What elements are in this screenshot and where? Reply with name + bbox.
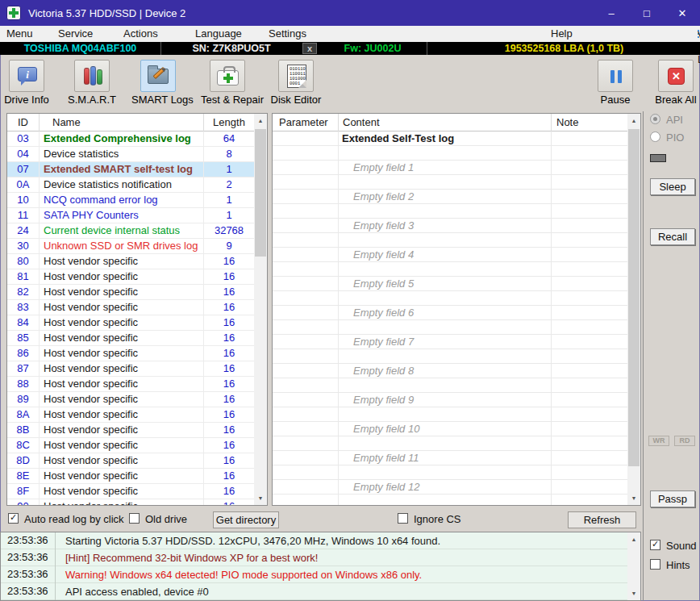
scroll-down-icon[interactable]: ▼ [627, 586, 640, 600]
break-all-button[interactable]: ✕ Break All [649, 58, 700, 108]
content-table-row: Empty field 6 [273, 306, 627, 320]
scroll-down-icon[interactable]: ▼ [254, 491, 267, 505]
drive-info-button[interactable]: i Drive Info [0, 58, 53, 108]
activity-led [650, 154, 666, 162]
log-table-row[interactable]: 89Host vendor specific16 [7, 392, 254, 407]
header-id[interactable]: ID [7, 114, 40, 131]
log-id: 85 [7, 331, 40, 346]
rd-button[interactable]: RD [674, 436, 695, 446]
passp-button[interactable]: Passp [650, 490, 695, 507]
header-length[interactable]: Length [204, 114, 254, 131]
menu-item-settings[interactable]: Settings [269, 27, 306, 40]
log-name: Host vendor specific [40, 438, 204, 453]
log-table-row[interactable]: 8EHost vendor specific16 [7, 469, 254, 484]
smart-button[interactable]: S.M.A.R.T [65, 58, 119, 108]
sound-label: Sound [666, 540, 697, 552]
log-table-row[interactable]: 87Host vendor specific16 [7, 361, 254, 377]
device-info-bar: TOSHIBA MQ04ABF100 SN: Z7K8PUO5T x Fw: J… [0, 42, 700, 55]
log-table-row[interactable]: 86Host vendor specific16 [7, 346, 254, 361]
test-tubes-icon [74, 60, 110, 92]
log-table-row[interactable]: 85Host vendor specific16 [7, 331, 254, 346]
scroll-thumb[interactable] [628, 129, 640, 466]
get-directory-button[interactable]: Get directory [213, 511, 279, 528]
log-table-row[interactable]: 90Host vendor specific16 [7, 499, 254, 505]
log-table-row[interactable]: 8FHost vendor specific16 [7, 484, 254, 499]
scroll-up-icon[interactable]: ▲ [627, 114, 640, 127]
close-button[interactable]: ✕ [665, 0, 700, 26]
content-table-row [273, 407, 627, 422]
serial-hide-badge[interactable]: x [302, 43, 317, 54]
menu-item-menu[interactable]: Menu [6, 27, 33, 40]
log-table-row[interactable]: 03Extended Comprehensive log64 [7, 131, 254, 147]
test-repair-button[interactable]: Test & Repair [201, 58, 254, 108]
api-radio[interactable] [650, 114, 660, 124]
pio-radio[interactable] [650, 131, 660, 142]
log-table-row[interactable]: 11SATA PHY Counters1 [7, 208, 254, 223]
content-table-row: Empty field 11 [273, 451, 627, 465]
scroll-up-icon[interactable]: ▲ [254, 114, 267, 127]
ignore-cs-checkbox[interactable] [398, 513, 408, 524]
hints-checkbox[interactable] [650, 559, 660, 570]
wr-button[interactable]: WR [648, 436, 669, 446]
log-table-row[interactable]: 8CHost vendor specific16 [7, 438, 254, 453]
scroll-thumb[interactable] [255, 129, 266, 257]
log-table-row[interactable]: 24Current device internal status32768 [7, 223, 254, 239]
log-table-row[interactable]: 80Host vendor specific16 [7, 254, 254, 269]
log-length: 32768 [204, 223, 254, 239]
scroll-up-icon[interactable]: ▲ [627, 532, 640, 546]
log-table-row[interactable]: 81Host vendor specific16 [7, 269, 254, 285]
header-parameter[interactable]: Parameter [273, 114, 339, 131]
log-table-row[interactable]: 8AHost vendor specific16 [7, 407, 254, 423]
log-id: 11 [7, 208, 40, 223]
refresh-button[interactable]: Refresh [568, 511, 636, 528]
log-table-row[interactable]: 10NCQ command error log1 [7, 193, 254, 208]
header-name[interactable]: Name [40, 114, 204, 131]
log-table-row[interactable]: 8DHost vendor specific16 [7, 453, 254, 469]
scroll-down-icon[interactable]: ▼ [627, 491, 640, 505]
menu-item-language[interactable]: Language [195, 27, 242, 40]
log-id: 83 [7, 300, 40, 315]
disk-editor-button[interactable]: 0101101100111010000001 Disk Editor [269, 58, 323, 108]
victoria-app-window: Victoria 5.37 HDD/SSD | Device 2 – □ ✕ M… [0, 0, 700, 601]
log-table-row[interactable]: 84Host vendor specific16 [7, 315, 254, 331]
log-table-row[interactable]: 0ADevice statistics notification2 [7, 177, 254, 193]
recall-button[interactable]: Recall [650, 228, 695, 245]
pause-button[interactable]: Pause [589, 58, 642, 108]
content-table-row: Empty field 1 [273, 161, 627, 175]
toolbar: i Drive Info S.M.A.R.T SMART Logs Test &… [0, 55, 700, 111]
menu-item-help[interactable]: Help [551, 27, 573, 40]
sound-checkbox[interactable] [650, 540, 660, 550]
log-table-scrollbar[interactable]: ▲ ▼ [254, 114, 267, 505]
log-id: 0A [7, 177, 40, 193]
content-table-row [273, 262, 627, 277]
log-table-row[interactable]: 83Host vendor specific16 [7, 300, 254, 315]
maximize-button[interactable]: □ [629, 0, 665, 26]
log-table-row[interactable]: 07Extended SMART self-test log1 [7, 162, 254, 177]
console-message: [Hint] Recommend 32-bit Windows XP for a… [56, 552, 318, 564]
sleep-button[interactable]: Sleep [650, 178, 695, 195]
log-id: 8D [7, 453, 40, 469]
log-table-row[interactable]: 88Host vendor specific16 [7, 377, 254, 392]
log-table-row[interactable]: 04Device statistics8 [7, 147, 254, 162]
log-table-row[interactable]: 30Unknown SSD or SMR drives log9 [7, 239, 254, 254]
log-table-row[interactable]: 8BHost vendor specific16 [7, 423, 254, 438]
log-length: 16 [204, 407, 254, 423]
log-length: 16 [204, 423, 254, 438]
menu-item-actions[interactable]: Actions [123, 27, 158, 40]
content-table-row: Empty field 3 [273, 219, 627, 233]
auto-read-checkbox[interactable] [8, 513, 19, 524]
console-timestamp: 23:53:36 [1, 532, 56, 549]
header-note[interactable]: Note [552, 114, 627, 131]
menu-item-service[interactable]: Service [58, 27, 93, 40]
console-scrollbar[interactable]: ▲ ▼ [627, 532, 640, 600]
minimize-button[interactable]: – [594, 0, 629, 26]
content-table-row: Empty field 10 [273, 422, 627, 436]
log-name: Host vendor specific [40, 469, 204, 484]
log-table-row[interactable]: 82Host vendor specific16 [7, 285, 254, 300]
first-aid-kit-icon [217, 70, 239, 86]
header-content[interactable]: Content [339, 114, 552, 131]
old-drive-checkbox[interactable] [129, 513, 140, 524]
log-name: Device statistics notification [40, 177, 204, 193]
smart-logs-button[interactable]: SMART Logs [131, 58, 185, 108]
content-table-scrollbar[interactable]: ▲ ▼ [627, 114, 640, 505]
